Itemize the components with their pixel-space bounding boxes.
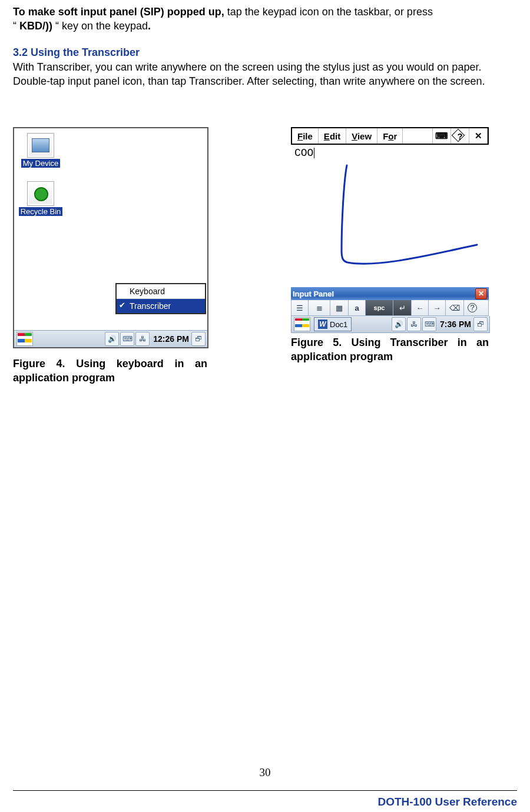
sip-selection-menu: Keyboard Transcriber: [115, 283, 206, 314]
input-panel-title: Input Panel: [293, 289, 475, 298]
close-toolbar-icon[interactable]: [469, 128, 488, 144]
menu-file[interactable]: File: [292, 128, 319, 144]
taskbar: 12:26 PM: [14, 330, 207, 347]
my-device-icon[interactable]: My Device: [18, 133, 64, 168]
keyboard-mode-icon[interactable]: [330, 300, 349, 315]
figure-5-caption: Figure 5. Using Transcriber in an applic…: [291, 335, 489, 364]
sip-menu-transcriber[interactable]: Transcriber: [117, 299, 205, 313]
input-panel-close-icon[interactable]: [475, 288, 487, 299]
footer-rule: [13, 790, 517, 791]
recycle-bin-icon[interactable]: Recycle Bin: [18, 181, 64, 216]
intro-bold: To make soft input panel (SIP) popped up…: [13, 6, 224, 18]
desktop-tray-icon[interactable]: [473, 317, 488, 331]
input-panel: Input Panel a spc: [291, 287, 489, 316]
handwriting-stroke: [291, 145, 489, 287]
computer-icon: [27, 133, 54, 158]
page-number: 30: [0, 766, 530, 779]
intro-rest1: tap the keypad icon on the taskbar, or p…: [224, 6, 433, 18]
doc1-label: Doc1: [330, 320, 347, 329]
right-arrow-key-icon[interactable]: [429, 300, 446, 315]
start-button[interactable]: [16, 332, 33, 346]
letter-shape-icon[interactable]: a: [349, 300, 366, 315]
left-arrow-key-icon[interactable]: [412, 300, 429, 315]
backspace-key-icon[interactable]: [446, 300, 464, 315]
word-app-icon: W: [318, 320, 327, 329]
sip-tray-icon[interactable]: [422, 317, 436, 331]
kbd-key: KBD/)): [19, 20, 55, 32]
sip-tray-icon[interactable]: [120, 332, 134, 346]
menu-edit[interactable]: Edit: [319, 128, 346, 144]
taskbar: W Doc1 7:36 PM: [291, 316, 490, 333]
clock[interactable]: 12:26 PM: [153, 334, 189, 344]
help-toolbar-icon[interactable]: [451, 128, 469, 144]
figure-4-screenshot: My Device Recycle Bin Keyboard Transcrib…: [13, 127, 208, 348]
volume-tray-icon[interactable]: [105, 332, 119, 346]
writing-mode-icon[interactable]: [309, 300, 330, 315]
space-key[interactable]: spc: [366, 300, 393, 315]
clock[interactable]: 7:36 PM: [440, 320, 471, 329]
recycle-bin-label: Recycle Bin: [19, 207, 63, 216]
recycle-icon: [27, 181, 54, 206]
section-heading: 3.2 Using the Transcriber: [13, 46, 517, 59]
desktop-tray-icon[interactable]: [191, 332, 206, 346]
network-tray-icon[interactable]: [135, 332, 150, 346]
volume-tray-icon[interactable]: [392, 317, 406, 331]
figure-5-screenshot: File Edit View For COO: [291, 127, 489, 333]
enter-key-icon[interactable]: [393, 300, 412, 315]
app-menubar: File Edit View For: [291, 127, 489, 145]
start-button[interactable]: [294, 317, 310, 331]
input-panel-titlebar[interactable]: Input Panel: [291, 287, 489, 300]
transcriber-toolbar: a spc: [291, 300, 489, 316]
menu-view[interactable]: View: [346, 128, 377, 144]
sip-toolbar-icon[interactable]: [433, 128, 451, 144]
transcriber-help-icon[interactable]: [464, 300, 481, 315]
my-device-label: My Device: [21, 159, 61, 168]
taskbar-doc1-button[interactable]: W Doc1: [314, 317, 352, 331]
intro-line-1: To make soft input panel (SIP) popped up…: [13, 5, 517, 19]
network-tray-icon[interactable]: [407, 317, 421, 331]
figure-4-caption: Figure 4. Using keyboard in an applicati…: [13, 357, 207, 385]
document-canvas[interactable]: COO: [291, 145, 489, 287]
sip-menu-keyboard[interactable]: Keyboard: [117, 284, 205, 299]
options-icon[interactable]: [292, 300, 309, 315]
section-body: With Transcriber, you can write anywhere…: [13, 60, 517, 89]
intro-line-2: “ KBD/)) “ key on the keypad.: [13, 19, 517, 33]
menu-format[interactable]: For: [377, 128, 403, 144]
footer-reference: DOTH-100 User Reference: [377, 796, 517, 808]
